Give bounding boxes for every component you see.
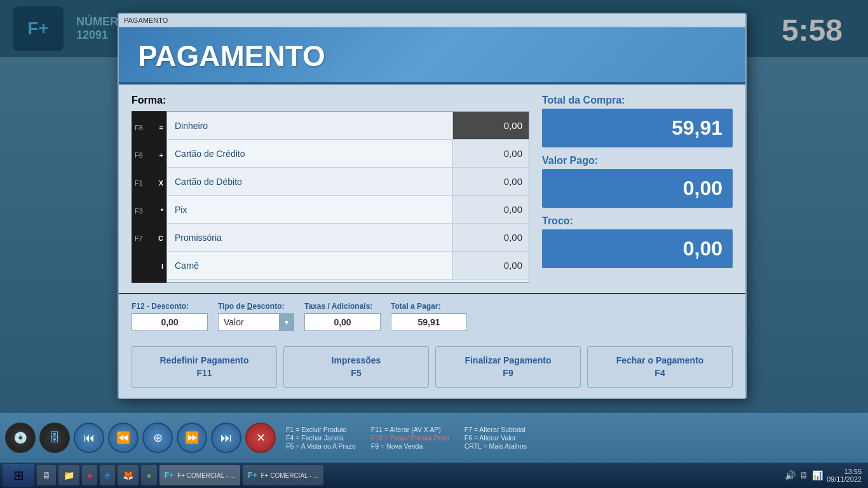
nav-btn-last[interactable]: ⏭ [211,423,241,453]
payment-name-cartao-credito: Cartão de Crédito [167,149,452,159]
payment-row-dinheiro[interactable]: Dinheiro 0,00 [167,112,529,140]
tray-icon-sound[interactable]: 🔊 [785,470,796,480]
total-pagar-input[interactable] [391,313,467,331]
ts-f5: F5 = A Vista ou A Prazo [286,442,356,450]
finalizar-line1: Finalizar Pagamento [441,355,575,367]
total-pagar-group: Total a Pagar: [391,302,467,331]
redefinir-line1: Redefinir Pagamento [137,355,271,367]
taskbar-shortcuts: F1 = Excluir Produto F4 = Fechar Janela … [286,426,527,450]
payment-value-cartao-credito[interactable]: 0,00 [452,140,529,167]
troco-label: Troco: [542,215,733,227]
fechar-line2: F4 [593,367,727,380]
payment-value-cartao-debito[interactable]: 0,00 [452,168,529,195]
nav-btn-first[interactable]: ⏮ [74,423,104,453]
payment-row-carne[interactable]: Carnê 0,00 [167,252,529,280]
win-tray-time: 13:55 09/11/2022 [827,468,862,483]
payment-row-pix[interactable]: Pix 0,00 [167,196,529,224]
ts-f10: F10 = Peso / Pausar Peso [371,434,449,442]
taxas-label: Taxas / Adicionais: [304,302,381,311]
payment-name-pix: Pix [167,205,452,215]
tipo-select-wrapper: Valor Percentual ▼ [218,313,294,331]
win-taskbar: ⊞ 🖥 📁 ● e 🦊 ● F+ F+ COMERCIAL - ... F+ F… [0,463,868,488]
shortcut-f8: F8 = [135,123,163,132]
fechar-line1: Fechar o Pagamento [593,355,727,367]
win-taskbar-icon-6[interactable]: ● [141,465,156,485]
desconto-group: F12 - Desconto: [132,302,208,331]
valor-pago-value: 0,00 [542,169,733,208]
nav-btn-next[interactable]: ⏩ [177,423,207,453]
app-nav-taskbar: 💿 🗄 ⏮ ⏪ ⊕ ⏩ ⏭ ✕ F1 = Excluir Produto F4 … [0,412,868,463]
payment-name-carne: Carnê [167,261,452,271]
shortcut-i: I [135,262,163,271]
win-taskbar-icon-5[interactable]: 🦊 [118,465,139,485]
payment-row-cartao-debito[interactable]: Cartão de Débito 0,00 [167,168,529,196]
nav-btn-prev[interactable]: ⏪ [108,423,139,453]
ts-crtl: CRTL = Mais Atalhos [465,442,527,450]
total-compra-section: Total da Compra: 59,91 [542,95,733,147]
win-taskbar-app2[interactable]: F+ F+ COMERCIAL - ... [243,465,323,485]
total-compra-label: Total da Compra: [542,95,733,106]
forma-label: Forma: [132,95,529,106]
redefinir-btn[interactable]: Redefinir Pagamento F11 [132,346,277,388]
action-buttons-bar: Redefinir Pagamento F11 Impressões F5 Fi… [119,339,745,398]
modal-titlebar: PAGAMENTO [119,14,745,27]
payment-value-promissoria[interactable]: 0,00 [452,224,529,251]
finalizar-line2: F9 [441,367,575,380]
taxas-input[interactable] [304,313,381,331]
finalizar-btn[interactable]: Finalizar Pagamento F9 [435,346,581,388]
valor-pago-section: Valor Pago: 0,00 [542,155,733,208]
ts-f7: F7 = Alterar Subtotal [465,426,527,433]
ts-f11: F11 = Alterar (AV X AP) [371,426,449,433]
fechar-btn[interactable]: Fechar o Pagamento F4 [587,346,733,388]
total-pagar-label: Total a Pagar: [391,302,467,311]
tray-icon-network[interactable]: 🖥 [799,470,808,480]
win-taskbar-icon-2[interactable]: 📁 [58,465,79,485]
payment-forms-section: Forma: F8 = F6 + F1 X [132,95,529,283]
troco-value: 0,00 [542,229,733,268]
ts-f1: F1 = Excluir Produto [286,426,356,433]
shortcuts-sidebar: F8 = F6 + F1 X F3 * [132,111,166,283]
payment-name-promissoria: Promissória [167,233,452,243]
win-time: 13:55 [827,468,862,475]
win-taskbar-icon-1[interactable]: 🖥 [37,465,56,485]
payment-value-pix[interactable]: 0,00 [452,196,529,223]
modal-header-title: PAGAMENTO [138,39,726,73]
discount-bar: F12 - Desconto: Tipo de Desconto: Valor … [119,293,745,339]
payment-value-dinheiro[interactable]: 0,00 [452,112,529,139]
nav-btn-cd[interactable]: 💿 [5,423,36,453]
impressoes-btn[interactable]: Impressões F5 [283,346,429,388]
ts-f4: F4 = Fechar Janela [286,434,356,442]
valor-pago-label: Valor Pago: [542,155,733,166]
shortcut-f3: F3 * [135,207,163,215]
win-app1-label: F+ COMERCIAL - ... [177,472,235,479]
win-taskbar-icon-4[interactable]: e [100,465,115,485]
total-compra-value: 59,91 [542,109,733,147]
nav-btn-close[interactable]: ✕ [245,423,276,453]
payment-list[interactable]: Dinheiro 0,00 Cartão de Crédito 0,00 Car… [166,111,529,283]
desconto-input[interactable] [132,313,208,331]
impressoes-line1: Impressões [289,355,423,367]
desconto-label: F12 - Desconto: [132,302,208,311]
shortcut-f7: F7 C [135,234,163,243]
tipo-select[interactable]: Valor Percentual [218,313,294,331]
tray-icon-display[interactable]: 📊 [812,470,823,480]
win-taskbar-app1[interactable]: F+ F+ COMERCIAL - ... [159,465,240,485]
win-app2-label: F+ COMERCIAL - ... [261,472,318,479]
win-taskbar-icon-3[interactable]: ● [82,465,97,485]
win-tray: 🔊 🖥 📊 13:55 09/11/2022 [781,468,865,483]
ts-f6: F6 = Alterar Valor [465,434,527,442]
impressoes-line2: F5 [289,367,423,380]
win-date: 09/11/2022 [827,475,862,483]
redefinir-line2: F11 [137,367,271,380]
payment-name-dinheiro: Dinheiro [167,121,452,131]
titlebar-text: PAGAMENTO [124,17,168,24]
payment-row-promissoria[interactable]: Promissória 0,00 [167,224,529,252]
win-start-button[interactable]: ⊞ [3,464,34,487]
payment-name-cartao-debito: Cartão de Débito [167,177,452,187]
payment-row-cartao-credito[interactable]: Cartão de Crédito 0,00 [167,140,529,168]
payment-value-carne[interactable]: 0,00 [452,252,529,279]
nav-btn-db[interactable]: 🗄 [39,423,70,453]
ts-col-2: F11 = Alterar (AV X AP) F10 = Peso / Pau… [371,426,449,450]
nav-btn-add[interactable]: ⊕ [142,423,173,453]
shortcut-f6: F6 + [135,151,163,159]
